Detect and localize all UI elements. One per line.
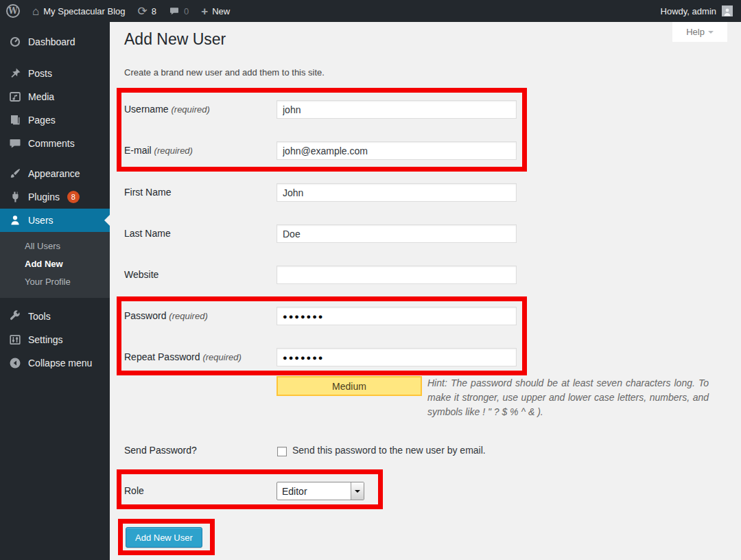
page-title: Add New User bbox=[124, 30, 226, 49]
active-menu-arrow-icon bbox=[99, 215, 110, 226]
sidebar-item-label: Comments bbox=[28, 138, 75, 149]
sidebar-item-label: Tools bbox=[28, 311, 51, 322]
admin-bar: W ⌂ My Spectacular Blog ⟳ 8 0 + New Howd… bbox=[0, 0, 741, 22]
dashboard-icon bbox=[8, 35, 22, 49]
sidebar-item-dashboard[interactable]: Dashboard bbox=[0, 30, 110, 54]
send-password-checkbox[interactable] bbox=[277, 447, 287, 456]
comment-bubble-icon bbox=[169, 5, 180, 16]
sidebar-item-tools[interactable]: Tools bbox=[0, 305, 110, 328]
updates-link[interactable]: ⟳ 8 bbox=[132, 0, 163, 22]
sidebar-item-label: Plugins bbox=[28, 191, 60, 202]
howdy-text[interactable]: Howdy, admin bbox=[661, 6, 716, 16]
sidebar-item-pages[interactable]: Pages bbox=[0, 108, 110, 132]
last-name-label: Last Name bbox=[124, 224, 272, 243]
username-input[interactable] bbox=[277, 100, 517, 119]
sidebar-item-label: Collapse menu bbox=[28, 358, 92, 369]
sidebar-item-label: Pages bbox=[28, 115, 56, 126]
paintbrush-icon bbox=[8, 167, 22, 180]
first-name-input[interactable] bbox=[277, 183, 517, 202]
page-subtitle: Create a brand new user and add them to … bbox=[124, 67, 325, 78]
email-input[interactable] bbox=[277, 141, 517, 160]
home-icon: ⌂ bbox=[32, 5, 39, 17]
username-label: Username (required) bbox=[124, 100, 272, 119]
add-new-user-button[interactable]: Add New User bbox=[126, 527, 202, 548]
media-icon bbox=[8, 90, 22, 104]
site-name-link[interactable]: ⌂ My Spectacular Blog bbox=[26, 0, 132, 22]
password-strength-section: Medium Hint: The password should be at l… bbox=[277, 376, 709, 419]
comments-icon bbox=[8, 137, 22, 150]
repeat-password-input[interactable] bbox=[277, 348, 517, 366]
wrench-icon bbox=[8, 310, 22, 323]
comment-count: 0 bbox=[184, 6, 189, 16]
chevron-down-icon bbox=[708, 31, 714, 36]
update-count: 8 bbox=[152, 6, 156, 16]
role-selected-value: Editor bbox=[277, 486, 351, 497]
sidebar-item-appearance[interactable]: Appearance bbox=[0, 162, 110, 185]
caret-down-icon bbox=[355, 490, 360, 495]
first-name-label: First Name bbox=[124, 183, 272, 202]
sidebar-item-label: Dashboard bbox=[28, 36, 75, 47]
pushpin-icon bbox=[8, 67, 22, 80]
select-dropdown-button[interactable] bbox=[351, 482, 364, 500]
updates-icon: ⟳ bbox=[138, 5, 148, 17]
sidebar-item-settings[interactable]: Settings bbox=[0, 328, 110, 351]
help-button[interactable]: Help bbox=[672, 22, 727, 42]
wordpress-logo-icon: W bbox=[6, 4, 20, 18]
email-label: E-mail (required) bbox=[124, 141, 272, 160]
sidebar-item-label: Appearance bbox=[28, 168, 80, 179]
sidebar-item-media[interactable]: Media bbox=[0, 85, 110, 108]
role-label: Role bbox=[124, 482, 272, 500]
sidebar-item-all-users[interactable]: All Users bbox=[0, 237, 110, 255]
admin-sidebar: Dashboard Posts Media Pages Comments App… bbox=[0, 22, 110, 560]
send-password-label: Send Password? bbox=[124, 441, 272, 460]
help-label: Help bbox=[686, 27, 705, 37]
sidebar-item-your-profile[interactable]: Your Profile bbox=[0, 273, 110, 291]
sidebar-item-label: Settings bbox=[28, 334, 63, 345]
sidebar-item-plugins[interactable]: Plugins 8 bbox=[0, 185, 110, 209]
role-select[interactable]: Editor bbox=[277, 482, 364, 500]
wordpress-menu[interactable]: W bbox=[0, 0, 26, 22]
new-label: New bbox=[212, 6, 230, 16]
password-input[interactable] bbox=[277, 307, 517, 325]
users-submenu: All Users Add New Your Profile bbox=[0, 232, 110, 298]
site-name: My Spectacular Blog bbox=[43, 6, 125, 16]
collapse-arrow-icon bbox=[8, 356, 22, 370]
repeat-password-label: Repeat Password (required) bbox=[124, 348, 272, 366]
settings-sliders-icon bbox=[8, 333, 22, 347]
plus-icon: + bbox=[201, 5, 208, 17]
sidebar-item-comments[interactable]: Comments bbox=[0, 132, 110, 155]
comments-link[interactable]: 0 bbox=[163, 0, 195, 22]
user-avatar[interactable] bbox=[722, 5, 733, 16]
sidebar-item-add-new[interactable]: Add New bbox=[0, 255, 110, 273]
password-strength-meter: Medium bbox=[277, 376, 422, 396]
sidebar-item-users[interactable]: Users bbox=[0, 209, 110, 232]
sidebar-item-label: Posts bbox=[28, 68, 52, 79]
plugins-update-badge: 8 bbox=[67, 191, 80, 203]
main-content: Help Add New User Create a brand new use… bbox=[110, 22, 741, 560]
website-input[interactable] bbox=[277, 266, 517, 284]
sidebar-item-posts[interactable]: Posts bbox=[0, 62, 110, 85]
website-label: Website bbox=[124, 266, 272, 284]
sidebar-item-label: Users bbox=[28, 215, 54, 226]
password-label: Password (required) bbox=[124, 307, 272, 325]
sidebar-item-collapse-menu[interactable]: Collapse menu bbox=[0, 351, 110, 375]
sidebar-item-label: Media bbox=[28, 91, 54, 102]
send-password-checkbox-label: Send this password to the new user by em… bbox=[292, 441, 486, 460]
new-content-button[interactable]: + New bbox=[195, 0, 236, 22]
users-icon bbox=[8, 213, 22, 227]
last-name-input[interactable] bbox=[277, 224, 517, 243]
pages-icon bbox=[8, 113, 22, 127]
plugin-icon bbox=[8, 190, 22, 204]
